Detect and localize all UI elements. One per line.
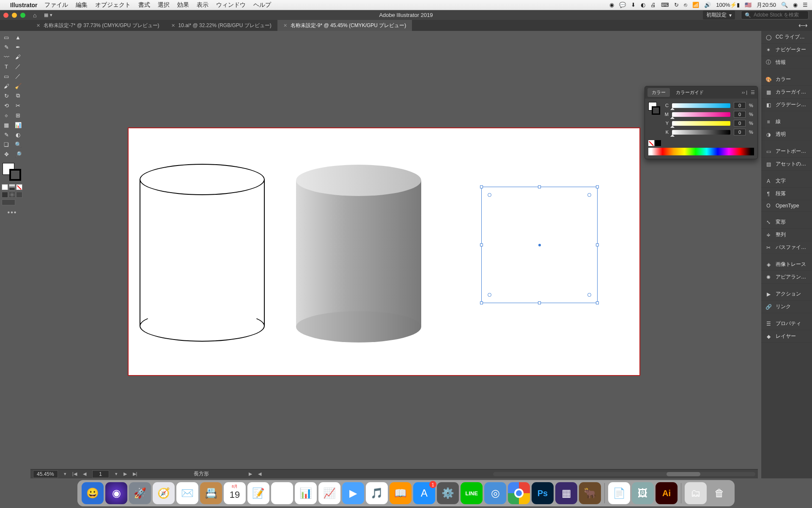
close-icon[interactable]: ✕: [171, 23, 175, 28]
mode-color[interactable]: [2, 184, 8, 190]
panel-row-16[interactable]: OOpenType: [761, 200, 812, 212]
tool-8[interactable]: ▭: [1, 72, 12, 81]
close-icon[interactable]: ✕: [283, 23, 287, 28]
menu-effect[interactable]: 効果: [177, 1, 189, 9]
dock-keynote[interactable]: 📊: [295, 482, 317, 504]
menubar-chat-icon[interactable]: 💬: [619, 2, 626, 8]
zoom-menu-icon[interactable]: ▾: [64, 471, 66, 477]
tool-5[interactable]: 🖌: [13, 52, 24, 61]
panel-row-8[interactable]: ≡線: [761, 116, 812, 128]
tool-13[interactable]: ⧉: [13, 91, 24, 100]
tool-10[interactable]: 🖌: [1, 81, 12, 91]
color-panel[interactable]: カラー カラーガイド ›› |☰ C0%M0%Y0%K0%: [645, 86, 758, 159]
panel-row-20[interactable]: ✂パスファイ…: [761, 241, 812, 254]
screenmode-full[interactable]: [9, 192, 15, 198]
tool-3[interactable]: ✒: [13, 42, 24, 52]
dock-photoshop[interactable]: Ps: [532, 482, 554, 504]
dock-settings[interactable]: ⚙️: [437, 482, 459, 504]
dock-app1[interactable]: ▦: [555, 482, 577, 504]
channel-slider-Y[interactable]: [672, 121, 730, 126]
panel-row-0[interactable]: ◯CC ライブ…: [761, 31, 812, 44]
panel-row-1[interactable]: ✶ナビゲーター: [761, 44, 812, 56]
panel-row-12[interactable]: ▤アセットの…: [761, 158, 812, 171]
menubar-keyboard-icon[interactable]: ⌨: [661, 2, 669, 8]
color-panel-tab-guide[interactable]: カラーガイド: [672, 88, 708, 97]
tool-23[interactable]: 🔍: [13, 140, 24, 149]
screenmode-pres[interactable]: [16, 192, 22, 198]
dock-app2[interactable]: 🐂: [579, 482, 601, 504]
dock-mail[interactable]: ✉️: [176, 482, 198, 504]
panel-row-28[interactable]: ☰プロパティ: [761, 318, 812, 330]
panel-row-9[interactable]: ◑透明: [761, 128, 812, 141]
menu-window[interactable]: ウィンドウ: [216, 1, 246, 9]
dock-appstore[interactable]: A1: [413, 482, 435, 504]
menu-type[interactable]: 書式: [138, 1, 150, 9]
dock-maps[interactable]: 🗺: [271, 482, 293, 504]
tool-15[interactable]: ✂: [13, 101, 24, 110]
tabbar-expand-icon[interactable]: ⟷: [794, 20, 812, 31]
window-minimize-button[interactable]: [12, 13, 17, 18]
adobe-stock-search[interactable]: 🔍Adobe Stock を検索: [741, 11, 809, 19]
tool-0[interactable]: ▭: [1, 33, 12, 42]
menubar-cc-icon[interactable]: ◐: [641, 2, 645, 8]
menubar-rec-icon[interactable]: ◉: [609, 2, 614, 8]
menu-edit[interactable]: 編集: [76, 1, 88, 9]
dock-itunes[interactable]: 🎵: [366, 482, 388, 504]
tool-18[interactable]: ▦: [1, 120, 12, 130]
tool-9[interactable]: ／: [13, 72, 24, 81]
menu-help[interactable]: ヘルプ: [253, 1, 271, 9]
dock-line[interactable]: LINE: [461, 482, 483, 504]
menu-select[interactable]: 選択: [158, 1, 170, 9]
dock-illustrator[interactable]: Ai: [656, 482, 678, 504]
home-button[interactable]: ⌂: [33, 12, 36, 19]
panel-row-5[interactable]: ▦カラーガイ…: [761, 86, 812, 99]
panel-row-6[interactable]: ◧グラデーシ…: [761, 99, 812, 111]
arrange-docs-button[interactable]: ▦ ▾: [44, 12, 52, 18]
mode-none[interactable]: [16, 184, 22, 190]
window-close-button[interactable]: [3, 13, 8, 18]
menubar-battery[interactable]: 100% ⚡▮: [716, 2, 740, 8]
tool-24[interactable]: ✥: [1, 149, 12, 159]
close-icon[interactable]: ✕: [36, 23, 40, 28]
status-play-icon[interactable]: ▶: [249, 471, 252, 477]
tool-7[interactable]: ／: [13, 62, 24, 71]
drawmode[interactable]: [2, 199, 15, 205]
artboard-last-icon[interactable]: ▶|: [133, 471, 137, 477]
dock-keynote2[interactable]: ▶: [342, 482, 364, 504]
tool-14[interactable]: ⟲: [1, 101, 12, 110]
dock-textedit[interactable]: 📄: [608, 482, 630, 504]
channel-slider-C[interactable]: [672, 103, 730, 108]
art-cylinder-gradient[interactable]: [296, 165, 421, 342]
tool-6[interactable]: T: [1, 62, 12, 71]
panel-row-15[interactable]: ¶段落: [761, 188, 812, 200]
panel-row-23[interactable]: ✺アピアラン…: [761, 271, 812, 284]
tool-12[interactable]: ↻: [1, 91, 12, 100]
menubar-siri-icon[interactable]: ◉: [793, 2, 798, 8]
channel-slider-M[interactable]: [672, 112, 730, 117]
menubar-clock[interactable]: 月 20:50: [757, 1, 776, 9]
chip-none[interactable]: [648, 140, 654, 146]
selected-rectangle[interactable]: [481, 187, 598, 303]
menubar-timemachine-icon[interactable]: ↻: [674, 2, 679, 8]
tool-20[interactable]: ✎: [1, 130, 12, 139]
tool-11[interactable]: 🧹: [13, 81, 24, 91]
menubar-input-lang[interactable]: 🇺🇸: [745, 2, 752, 8]
panel-row-14[interactable]: A文字: [761, 175, 812, 188]
panel-row-22[interactable]: ◈画像トレース: [761, 258, 812, 271]
mode-gradient[interactable]: [9, 184, 15, 190]
panel-row-11[interactable]: ▭アートボー…: [761, 145, 812, 158]
tool-4[interactable]: 〰: [1, 52, 12, 61]
color-panel-tab-color[interactable]: カラー: [647, 88, 670, 97]
dock-finder[interactable]: 😀: [82, 482, 104, 504]
artboard-prev-icon[interactable]: ◀: [83, 471, 86, 477]
channel-slider-K[interactable]: [672, 130, 730, 135]
art-cylinder-outline[interactable]: [140, 164, 265, 342]
document-tab-1[interactable]: ✕10.ai* @ 32.22% (RGB/GPU プレビュー): [165, 20, 277, 31]
app-name[interactable]: Illustrator: [10, 2, 38, 8]
tool-17[interactable]: ⊞: [13, 110, 24, 120]
tool-21[interactable]: ◐: [13, 130, 24, 139]
panel-row-4[interactable]: 🎨カラー: [761, 73, 812, 86]
artboard-menu-icon[interactable]: ▾: [115, 471, 118, 477]
stroke-swatch[interactable]: [9, 169, 21, 181]
channel-value-Y[interactable]: 0: [734, 120, 746, 127]
